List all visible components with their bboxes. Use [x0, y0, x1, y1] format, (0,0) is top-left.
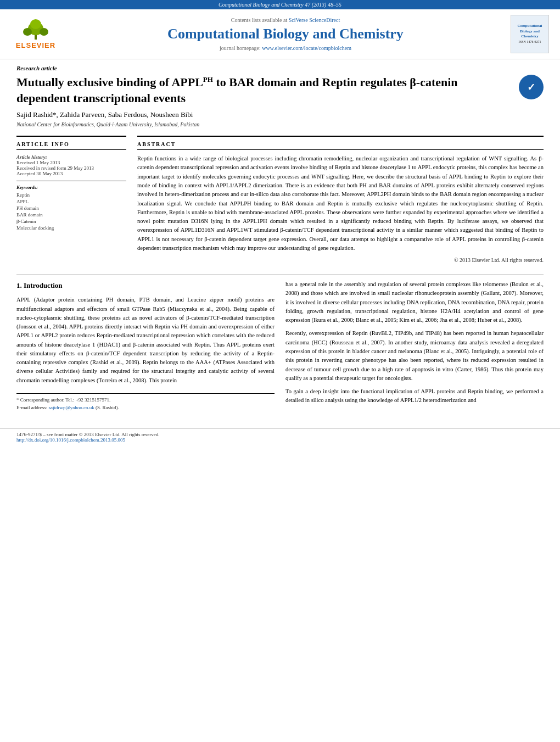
footnote-area: * Corresponding author. Tel.: +92 321515…	[16, 393, 275, 412]
intro-section-label: Introduction	[24, 281, 63, 289]
svg-point-2	[23, 28, 32, 36]
body-right-col: has a general role in the assembly and r…	[285, 280, 544, 412]
journal-citation-banner: Computational Biology and Chemistry 47 (…	[0, 0, 560, 9]
main-content: Research article Mutually exclusive bind…	[0, 59, 560, 423]
received-date-2: Received in revised form 29 May 2013	[16, 165, 126, 171]
intro-section-number: 1.	[16, 281, 22, 289]
journal-homepage-line: journal homepage: www.elsevier.com/locat…	[60, 45, 511, 51]
body-para4: To gain a deep insight into the function…	[285, 387, 544, 405]
keyword-item: APPL	[16, 199, 126, 204]
email-link[interactable]: sajidrwp@yahoo.co.uk	[48, 405, 94, 410]
received-date-1: Received 1 May 2013	[16, 160, 126, 165]
elsevier-brand-text: ELSEVIER	[16, 41, 55, 49]
sciverse-line: Contents lists available at SciVerse Sci…	[60, 17, 511, 23]
keyword-list: Reptin APPL PH domain BAR domain β-Caten…	[16, 192, 126, 231]
corresponding-note: * Corresponding author. Tel.: +92 321515…	[16, 397, 275, 404]
affiliation-text: National Center for Bioinformatics, Quai…	[16, 121, 544, 127]
thumb-text-line3: Chemistry	[521, 34, 539, 39]
article-title: Mutually exclusive binding of APPLPH to …	[16, 75, 511, 106]
body-columns: 1. Introduction APPL (Adaptor protein co…	[16, 280, 544, 412]
journal-thumbnail: Computational Biology and Chemistry ISSN…	[511, 15, 549, 53]
issn-line: 1476-9271/$ – see front matter © 2013 El…	[16, 432, 544, 437]
keyword-item: β-Catenin	[16, 219, 126, 224]
article-info-column: ARTICLE INFO Article history: Received 1…	[16, 136, 126, 263]
svg-point-3	[40, 28, 48, 36]
keyword-item: Reptin	[16, 192, 126, 198]
journal-citation-text: Computational Biology and Chemistry 47 (…	[219, 2, 341, 8]
sciverse-prefix-text: Contents lists available at	[231, 17, 287, 23]
history-label: Article history:	[16, 154, 126, 160]
body-left-col: 1. Introduction APPL (Adaptor protein co…	[16, 280, 275, 412]
doi-link[interactable]: http://dx.doi.org/10.1016/j.compbiolchem…	[16, 437, 125, 443]
copyright-text: © 2013 Elsevier Ltd. All rights reserved…	[137, 257, 544, 263]
authors-line: Sajid Rashid*, Zahida Parveen, Saba Ferd…	[16, 110, 544, 119]
keywords-section: Keywords: Reptin APPL PH domain BAR doma…	[16, 181, 126, 231]
keyword-item: PH domain	[16, 205, 126, 211]
article-title-part1: Mutually exclusive binding of APPL	[16, 75, 203, 89]
body-para2: has a general role in the assembly and r…	[285, 280, 544, 325]
article-title-row: Mutually exclusive binding of APPLPH to …	[16, 75, 544, 106]
elsevier-logo: ELSEVIER	[11, 16, 60, 52]
abstract-section: ABSTRACT Reptin functions in a wide rang…	[137, 136, 544, 263]
keyword-item: BAR domain	[16, 212, 126, 217]
sciverse-link[interactable]: SciVerse ScienceDirect	[289, 17, 340, 23]
article-history: Article history: Received 1 May 2013 Rec…	[16, 154, 126, 176]
article-info-abstract-row: ARTICLE INFO Article history: Received 1…	[16, 136, 544, 263]
body-para3: Recently, overexpression of Reptin (RuvB…	[285, 329, 544, 383]
homepage-label: journal homepage:	[220, 45, 261, 51]
abstract-text: Reptin functions in a wide range of biol…	[137, 154, 544, 253]
svg-point-4	[30, 19, 41, 29]
email-note: E-mail address: sajidrwp@yahoo.co.uk (S.…	[16, 404, 275, 412]
homepage-url[interactable]: www.elsevier.com/locate/compbiolchem	[262, 45, 351, 51]
crossmark-icon: ✓	[527, 81, 535, 93]
thumb-text-line1: Computational	[517, 24, 542, 29]
journal-name-center: Contents lists available at SciVerse Sci…	[60, 17, 511, 51]
intro-para1: APPL (Adaptor protein containing PH doma…	[16, 295, 275, 385]
journal-header: ELSEVIER Contents lists available at Sci…	[0, 9, 560, 59]
article-type-label: Research article	[16, 65, 544, 71]
article-title-sup: PH	[203, 75, 213, 83]
keyword-item: Molecular docking	[16, 225, 126, 231]
crossmark-badge: ✓	[519, 75, 544, 99]
elsevier-tree-icon	[21, 16, 51, 41]
intro-section-title: 1. Introduction	[16, 280, 275, 291]
thumb-issn: ISSN 1476-9271	[519, 40, 541, 44]
thumb-text-line2: Biology and	[520, 29, 540, 34]
bottom-bar: 1476-9271/$ – see front matter © 2013 El…	[0, 428, 560, 445]
journal-title: Computational Biology and Chemistry	[60, 25, 511, 42]
email-label: E-mail address:	[16, 405, 47, 410]
authors-text: Sajid Rashid*, Zahida Parveen, Saba Ferd…	[16, 110, 193, 119]
article-info-heading: ARTICLE INFO	[16, 141, 126, 150]
section-divider	[16, 274, 544, 275]
email-suffix: (S. Rashid).	[96, 405, 119, 410]
abstract-body: Reptin functions in a wide range of biol…	[137, 155, 544, 251]
keywords-label: Keywords:	[16, 185, 126, 190]
accepted-date: Accepted 30 May 2013	[16, 171, 126, 176]
abstract-heading: ABSTRACT	[137, 141, 544, 150]
